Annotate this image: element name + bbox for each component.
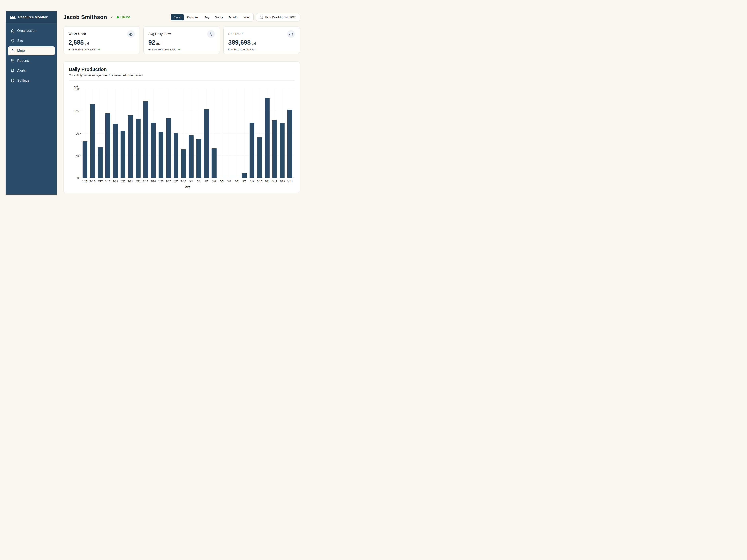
x-tick-label: 2/16	[88, 180, 96, 183]
x-tick-label: 2/24	[149, 180, 157, 183]
topbar: Jacob Smithson Online Cycle Custom Day W…	[63, 12, 300, 22]
bar	[83, 141, 87, 178]
calendar-icon	[259, 15, 263, 19]
sidebar-item-reports[interactable]: Reports	[8, 56, 55, 65]
card-value: 2,585gal	[68, 39, 135, 46]
bar-slot	[195, 89, 203, 178]
plot-area: gal 04590135180	[81, 89, 293, 178]
x-tick-label: 2/15	[81, 180, 88, 183]
bar-slot	[127, 89, 134, 178]
segment-day[interactable]: Day	[201, 14, 212, 20]
status-badge: Online	[117, 15, 130, 19]
bar	[189, 135, 194, 178]
x-tick-label: 3/3	[203, 180, 210, 183]
card-delta: +108% from prev. cycle	[68, 48, 135, 51]
bar-slot	[279, 89, 286, 178]
gridline-vertical	[237, 89, 237, 178]
bar	[242, 173, 247, 178]
bar-slot	[210, 89, 218, 178]
gauge-icon	[287, 30, 295, 38]
bar-slot	[286, 89, 293, 178]
logo-icon	[9, 15, 16, 20]
bar	[211, 148, 216, 178]
card-unit: gal	[85, 42, 89, 45]
x-tick-label: 2/18	[104, 180, 111, 183]
segment-week[interactable]: Week	[212, 14, 226, 20]
sidebar-item-alerts[interactable]: Alerts	[8, 66, 55, 75]
card-title: Avg Daily Flow	[148, 32, 171, 36]
online-dot-icon	[117, 16, 119, 18]
sidebar-nav: Organization Site Meter Reports	[6, 23, 57, 88]
bar-slot	[111, 89, 119, 178]
x-tick-label: 3/12	[271, 180, 279, 183]
page-title: Jacob Smithson	[63, 14, 107, 20]
x-tick-label: 3/5	[218, 180, 225, 183]
segment-cycle[interactable]: Cycle	[171, 14, 184, 20]
x-tick-label: 3/13	[279, 180, 286, 183]
bar	[136, 119, 140, 178]
bar	[159, 132, 163, 178]
stat-cards: Water Used 2,585gal +108% from prev. cyc…	[63, 26, 300, 54]
bar	[197, 139, 201, 178]
bar-slot	[218, 89, 225, 178]
bar	[128, 115, 133, 178]
sidebar-item-meter[interactable]: Meter	[8, 46, 55, 55]
bar	[280, 123, 285, 178]
gridline-vertical	[229, 89, 230, 178]
x-tick-label: 3/6	[225, 180, 233, 183]
bar	[105, 113, 110, 178]
x-tick-label: 2/17	[96, 180, 104, 183]
bar-slot	[119, 89, 127, 178]
bar-slot	[187, 89, 195, 178]
bar-chart: gal 04590135180 2/152/162/172/182/192/20…	[81, 89, 293, 188]
topbar-controls: Cycle Custom Day Week Month Year Feb 15 …	[170, 13, 300, 21]
bar-slot	[172, 89, 180, 178]
bar-slot	[142, 89, 150, 178]
sidebar-item-organization[interactable]: Organization	[8, 26, 55, 35]
status-label: Online	[120, 15, 130, 19]
x-tick-label: 3/8	[240, 180, 248, 183]
bar-slot	[81, 89, 89, 178]
x-axis: 2/152/162/172/182/192/202/212/222/232/24…	[81, 180, 293, 183]
sidebar-item-site[interactable]: Site	[8, 36, 55, 45]
daily-production-panel: Daily Production Your daily water usage …	[63, 61, 300, 193]
segment-month[interactable]: Month	[226, 14, 240, 20]
bar	[265, 98, 269, 178]
bar-slot	[157, 89, 165, 178]
x-tick-label: 3/4	[210, 180, 218, 183]
segment-year[interactable]: Year	[241, 14, 253, 20]
sidebar-item-settings[interactable]: Settings	[8, 76, 55, 85]
x-tick-label: 3/9	[248, 180, 256, 183]
bar-slot	[241, 89, 248, 178]
x-tick-label: 2/20	[119, 180, 127, 183]
gauge-icon	[10, 49, 15, 53]
sidebar: Resource Monitor Organization Site Meter	[6, 11, 57, 195]
bar-slot	[256, 89, 263, 178]
bar-slot	[150, 89, 157, 178]
sidebar-item-label: Meter	[17, 49, 26, 53]
map-pin-icon	[10, 39, 15, 43]
card-end-read: End Read 389,698gal Mar 14, 11:59 PM CDT	[223, 26, 300, 54]
card-avg-daily-flow: Avg Daily Flow 92gal +130% from prev. cy…	[144, 26, 220, 54]
chevron-down-icon[interactable]	[109, 15, 113, 19]
sidebar-item-label: Settings	[17, 79, 29, 83]
range-segmented-control: Cycle Custom Day Week Month Year	[170, 13, 254, 21]
card-value: 92gal	[148, 39, 215, 46]
page: Resource Monitor Organization Site Meter	[0, 0, 306, 229]
x-tick-label: 3/7	[233, 180, 240, 183]
app-logo: Resource Monitor	[6, 11, 57, 23]
x-tick-label: 2/25	[157, 180, 164, 183]
meter-owner-dropdown[interactable]: Jacob Smithson Online	[63, 14, 130, 20]
segment-custom[interactable]: Custom	[184, 14, 200, 20]
bars	[81, 89, 293, 178]
bell-icon	[10, 69, 15, 73]
card-delta: Mar 14, 11:59 PM CDT	[228, 48, 295, 51]
bar-slot	[134, 89, 142, 178]
card-unit: gal	[251, 42, 256, 45]
sidebar-item-label: Site	[17, 39, 23, 43]
droplets-icon	[127, 30, 135, 38]
card-title: End Read	[228, 32, 243, 36]
x-tick-label: 2/26	[164, 180, 172, 183]
date-range-button[interactable]: Feb 15 – Mar 14, 2026	[256, 13, 300, 21]
bar-slot	[165, 89, 172, 178]
